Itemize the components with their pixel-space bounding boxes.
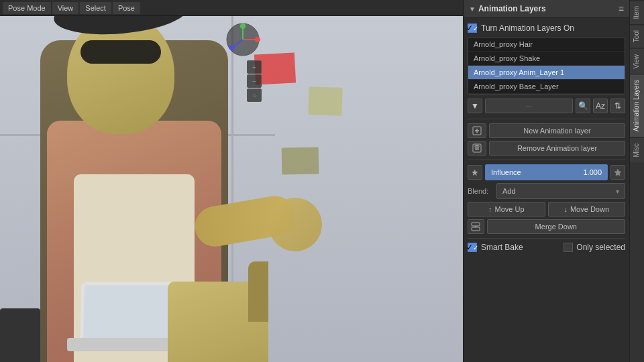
tab-tool[interactable]: Tool — [630, 24, 644, 48]
tab-misc[interactable]: Misc — [630, 137, 644, 163]
svg-point-4 — [240, 23, 246, 29]
new-layer-row: New Animation layer — [468, 123, 625, 138]
move-down-label: Move Down — [570, 205, 609, 213]
influence-star-btn[interactable]: ★ — [468, 165, 482, 180]
move-up-btn[interactable]: ↑ Move Up — [468, 202, 545, 217]
tab-animation-layers[interactable]: Animation Layers — [630, 74, 644, 137]
panel-header: ▼ Animation Layers ≡ — [464, 0, 629, 18]
move-up-label: Move Up — [494, 205, 524, 213]
sofa-armrest — [248, 261, 268, 322]
checkmark-icon: ✓ — [466, 23, 473, 33]
select-menu-button[interactable]: Select — [80, 2, 111, 14]
pose-menu-button[interactable]: Pose — [113, 2, 140, 14]
zoom-out-btn[interactable]: − — [247, 74, 262, 88]
smart-bake-checkmark: ✓ — [466, 243, 473, 252]
sticky-note-yellow — [308, 86, 342, 116]
layer-item-1[interactable]: Arnold_proxy Shake — [468, 52, 625, 66]
influence-row: ★ Influence 1.000 — [468, 164, 625, 180]
navigation-widget[interactable] — [225, 21, 262, 60]
sort-order-btn[interactable]: ⇅ — [610, 99, 625, 113]
smart-bake-checkbox[interactable]: ✓ — [468, 243, 477, 252]
influence-label: Influence — [491, 168, 521, 176]
blend-dropdown-arrow: ▾ — [616, 188, 619, 195]
influence-value: 1.000 — [583, 168, 602, 176]
animation-layers-panel: ▼ Animation Layers ≡ ✓ Turn Animation La… — [464, 0, 629, 362]
trash-bin — [0, 308, 40, 362]
overlay-btn[interactable]: ○ — [247, 88, 262, 102]
divider-3 — [468, 238, 625, 239]
filter-bar[interactable]: ··· — [485, 99, 573, 113]
merge-down-btn[interactable]: Merge Down — [487, 219, 625, 234]
search-btn[interactable]: 🔍 — [576, 99, 590, 113]
smart-bake-row: ✓ Smart Bake Only selected — [468, 243, 625, 252]
new-layer-icon-btn[interactable] — [468, 123, 486, 138]
smart-bake-label: Smart Bake — [481, 243, 523, 252]
view-menu-button[interactable]: View — [52, 2, 79, 14]
layer-item-2[interactable]: Arnold_proxy Anim_Layer 1 — [468, 66, 625, 80]
influence-pin-btn[interactable] — [610, 165, 625, 180]
character-hand — [268, 198, 322, 251]
remove-animation-layer-btn[interactable]: Remove Animation layer — [489, 141, 625, 156]
turn-on-checkbox[interactable]: ✓ — [468, 23, 477, 33]
pose-mode-button[interactable]: Pose Mode — [3, 2, 51, 14]
divider-1 — [468, 119, 625, 119]
character-head — [67, 13, 174, 134]
panel-title-text: Animation Layers — [478, 4, 546, 13]
svg-rect-12 — [472, 227, 480, 231]
character-goggles — [80, 40, 161, 64]
layer-list: Arnold_proxy Hair Arnold_proxy Shake Arn… — [468, 37, 625, 95]
remove-layer-row: Remove Animation layer — [468, 141, 625, 156]
panel-body: ✓ Turn Animation Layers On Arnold_proxy … — [464, 18, 629, 362]
az-sort-btn[interactable]: Az — [593, 99, 608, 113]
collapse-arrow-btn[interactable]: ▼ — [468, 99, 482, 113]
tab-item[interactable]: Item — [630, 0, 644, 24]
top-toolbar: Pose Mode View Select Pose — [0, 0, 463, 16]
turn-on-row: ✓ Turn Animation Layers On — [468, 22, 625, 34]
turn-on-label: Turn Animation Layers On — [481, 23, 574, 33]
influence-field[interactable]: Influence 1.000 — [485, 164, 608, 180]
move-down-arrow-icon: ↓ — [564, 205, 568, 213]
tab-view[interactable]: View — [630, 48, 644, 74]
panel-menu-icon[interactable]: ≡ — [619, 3, 624, 14]
svg-point-6 — [229, 45, 235, 50]
filter-row: ▼ ··· 🔍 Az ⇅ — [468, 97, 625, 115]
right-panel: ▼ Animation Layers ≡ ✓ Turn Animation La… — [463, 0, 644, 362]
move-down-btn[interactable]: ↓ Move Down — [548, 202, 626, 217]
blend-select[interactable]: Add ▾ — [496, 183, 625, 199]
layer-item-3[interactable]: Arnold_proxy Base_Layer — [468, 80, 625, 94]
blend-value: Add — [502, 187, 516, 195]
only-selected-container: Only selected — [564, 243, 625, 252]
panel-title-container: ▼ Animation Layers — [469, 4, 546, 13]
blend-label: Blend: — [468, 187, 491, 195]
svg-rect-11 — [472, 223, 480, 226]
3d-viewport[interactable]: Pose Mode View Select Pose + − ○ — [0, 0, 463, 362]
remove-layer-icon-btn[interactable] — [468, 141, 486, 156]
zoom-in-btn[interactable]: + — [247, 60, 262, 74]
panel-collapse-arrow[interactable]: ▼ — [469, 5, 476, 13]
only-selected-label: Only selected — [576, 243, 625, 252]
star-icon: ★ — [471, 168, 479, 178]
sticky-note-olive — [282, 147, 319, 175]
move-row: ↑ Move Up ↓ Move Down — [468, 202, 625, 217]
merge-row: Merge Down — [468, 219, 625, 234]
blend-row: Blend: Add ▾ — [468, 183, 625, 199]
layer-item-0[interactable]: Arnold_proxy Hair — [468, 38, 625, 52]
divider-2 — [468, 160, 625, 160]
move-up-arrow-icon: ↑ — [488, 205, 492, 213]
svg-point-2 — [255, 37, 260, 42]
side-tabs: Item Tool View Animation Layers Misc — [629, 0, 644, 362]
viewport-overlay-buttons: + − ○ — [247, 60, 262, 102]
merge-icon-btn[interactable] — [468, 219, 484, 234]
only-selected-checkbox[interactable] — [564, 243, 573, 252]
filter-dots: ··· — [526, 102, 532, 110]
new-animation-layer-btn[interactable]: New Animation layer — [489, 123, 625, 138]
